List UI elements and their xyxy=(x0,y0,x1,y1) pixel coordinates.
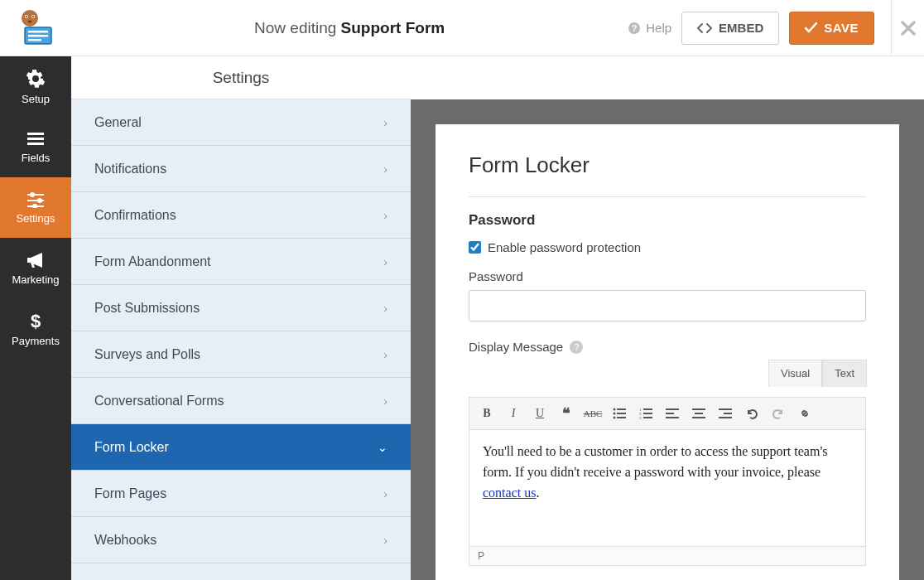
svg-rect-34 xyxy=(666,408,679,410)
svg-point-16 xyxy=(30,192,35,197)
leftnav: Setup Fields Settings Marketing $ Paymen… xyxy=(0,56,71,580)
settings-item-label: Post Submissions xyxy=(94,301,200,316)
main: Setup Fields Settings Marketing $ Paymen… xyxy=(0,56,924,580)
svg-rect-7 xyxy=(28,31,48,33)
settings-item-form-abandonment[interactable]: Form Abandonment› xyxy=(71,239,411,285)
settings-item-confirmations[interactable]: Confirmations› xyxy=(71,192,411,239)
svg-text:?: ? xyxy=(632,23,638,33)
content-header-spacer xyxy=(411,56,924,99)
password-input[interactable] xyxy=(469,290,866,321)
svg-text:3: 3 xyxy=(639,416,642,419)
toolbar-ul[interactable] xyxy=(607,401,632,426)
close-icon xyxy=(901,21,916,36)
svg-rect-27 xyxy=(617,417,626,418)
toolbar-strike[interactable]: ABC xyxy=(580,401,605,426)
svg-rect-8 xyxy=(28,35,48,37)
sliders-icon xyxy=(26,191,46,208)
settings-item-post-submissions[interactable]: Post Submissions› xyxy=(71,285,411,331)
display-message-label-text: Display Message xyxy=(469,340,563,354)
settings-item-general[interactable]: General› xyxy=(71,99,411,146)
help-tooltip-icon[interactable]: ? xyxy=(570,341,583,354)
svg-rect-12 xyxy=(27,133,44,135)
toolbar-align-left[interactable] xyxy=(660,401,685,426)
settings-item-label: Form Locker xyxy=(94,440,169,455)
settings-item-label: Surveys and Polls xyxy=(94,347,200,362)
nav-setup[interactable]: Setup xyxy=(0,56,71,117)
nav-label: Fields xyxy=(22,152,51,164)
editor-text-pre: You'll need to be a customer in order to… xyxy=(483,444,827,479)
settings-item-form-pages[interactable]: Form Pages› xyxy=(71,471,411,517)
chevron-right-icon: › xyxy=(383,348,387,361)
editor-link[interactable]: contact us xyxy=(483,486,536,500)
toolbar-underline[interactable]: U xyxy=(527,401,552,426)
code-icon xyxy=(697,22,712,34)
bullhorn-icon xyxy=(26,251,46,269)
enable-password-row[interactable]: Enable password protection xyxy=(469,240,866,254)
content-area: Form Locker Password Enable password pro… xyxy=(411,99,924,580)
chevron-right-icon: › xyxy=(383,162,387,176)
settings-column: Settings General› Notifications› Confirm… xyxy=(71,56,411,580)
save-label: SAVE xyxy=(824,21,859,35)
nav-fields[interactable]: Fields xyxy=(0,117,71,177)
toolbar-link[interactable] xyxy=(792,401,817,426)
nav-marketing[interactable]: Marketing xyxy=(0,238,71,298)
toolbar-quote[interactable]: ❝ xyxy=(554,401,579,426)
svg-rect-13 xyxy=(27,138,44,140)
toolbar-redo[interactable] xyxy=(766,401,791,426)
settings-item-label: Notifications xyxy=(94,162,166,176)
toolbar-italic[interactable]: I xyxy=(501,401,526,426)
list-icon xyxy=(26,131,46,147)
enable-password-label: Enable password protection xyxy=(488,240,641,254)
chevron-right-icon: › xyxy=(383,255,387,268)
svg-rect-31 xyxy=(643,413,652,414)
editor: B I U ❝ ABC 123 xyxy=(469,397,866,566)
save-button[interactable]: SAVE xyxy=(789,12,874,45)
svg-rect-39 xyxy=(692,417,705,418)
display-message-label: Display Message ? xyxy=(469,340,866,354)
settings-item-label: Form Pages xyxy=(94,486,166,501)
wpforms-logo-icon xyxy=(13,9,58,47)
svg-point-4 xyxy=(32,16,34,17)
divider xyxy=(469,196,866,197)
svg-point-18 xyxy=(37,198,42,203)
embed-button[interactable]: EMBED xyxy=(681,12,779,45)
help-link[interactable]: ? Help xyxy=(628,21,671,35)
dollar-icon: $ xyxy=(29,311,42,331)
topbar: Now editing Support Form ? Help EMBED SA… xyxy=(0,0,924,56)
settings-header: Settings xyxy=(71,56,411,99)
editor-toolbar: B I U ❝ ABC 123 xyxy=(469,398,865,430)
editing-title: Now editing Support Form xyxy=(71,19,628,37)
enable-password-checkbox[interactable] xyxy=(469,241,481,254)
svg-rect-33 xyxy=(643,417,652,418)
settings-item-surveys-polls[interactable]: Surveys and Polls› xyxy=(71,331,411,378)
nav-label: Marketing xyxy=(12,273,59,286)
svg-rect-36 xyxy=(666,417,679,418)
settings-item-conversational-forms[interactable]: Conversational Forms› xyxy=(71,378,411,424)
chevron-right-icon: › xyxy=(383,302,387,315)
toolbar-align-right[interactable] xyxy=(713,401,738,426)
close-button[interactable] xyxy=(891,0,924,56)
chevron-down-icon: ⌄ xyxy=(378,441,387,454)
toolbar-bold[interactable]: B xyxy=(474,401,499,426)
editor-tab-visual[interactable]: Visual xyxy=(768,360,822,387)
panel-title: Form Locker xyxy=(469,152,866,178)
nav-settings[interactable]: Settings xyxy=(0,177,71,238)
editor-body[interactable]: You'll need to be a customer in order to… xyxy=(469,430,865,546)
settings-item-webhooks[interactable]: Webhooks› xyxy=(71,517,411,563)
section-password-title: Password xyxy=(469,212,866,229)
toolbar-align-center[interactable] xyxy=(686,401,711,426)
topbar-actions: ? Help EMBED SAVE xyxy=(628,12,891,45)
editor-tab-text[interactable]: Text xyxy=(822,360,867,387)
toolbar-undo[interactable] xyxy=(739,401,764,426)
gear-icon xyxy=(26,69,46,89)
settings-item-form-locker[interactable]: Form Locker⌄ xyxy=(71,424,411,471)
content-column: Form Locker Password Enable password pro… xyxy=(411,56,924,580)
svg-rect-41 xyxy=(724,413,732,414)
chevron-right-icon: › xyxy=(383,394,387,408)
nav-label: Settings xyxy=(17,212,55,225)
nav-payments[interactable]: $ Payments xyxy=(0,298,71,359)
settings-item-notifications[interactable]: Notifications› xyxy=(71,146,411,192)
svg-point-24 xyxy=(614,413,616,415)
settings-item-label: Webhooks xyxy=(94,533,156,548)
toolbar-ol[interactable]: 123 xyxy=(633,401,658,426)
